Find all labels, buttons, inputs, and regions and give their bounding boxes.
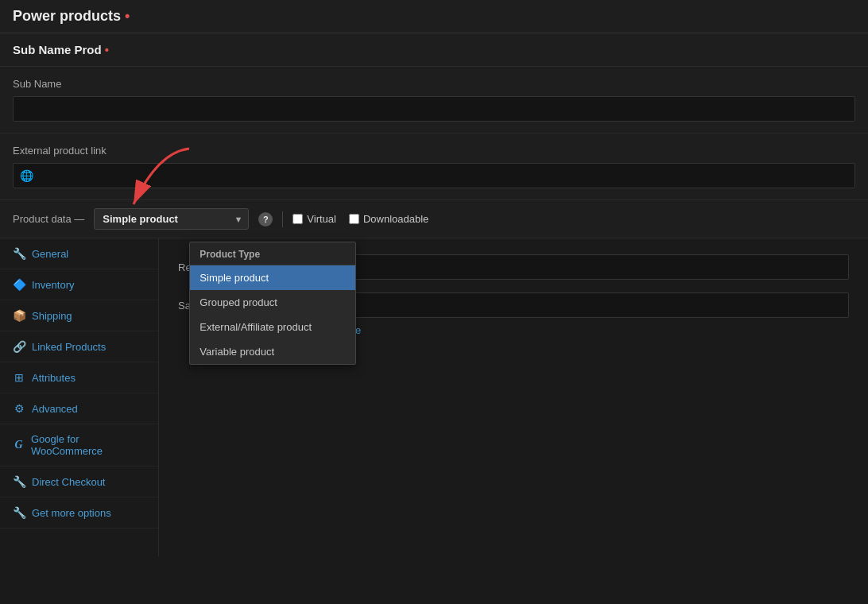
sidebar-label-general: General bbox=[32, 248, 68, 260]
sidebar-item-attributes[interactable]: ⊞ Attributes bbox=[0, 362, 158, 393]
sale-price-input[interactable] bbox=[318, 292, 849, 318]
sidebar-label-more-options: Get more options bbox=[32, 507, 111, 519]
checkbox-group: Virtual Downloadable bbox=[293, 213, 428, 225]
external-link-label: External product link bbox=[13, 145, 855, 157]
product-type-select[interactable]: Simple product Grouped product External/… bbox=[94, 208, 249, 230]
sidebar-label-advanced: Advanced bbox=[32, 403, 78, 415]
sidebar-label-linked-products: Linked Products bbox=[32, 341, 106, 353]
sidebar-label-attributes: Attributes bbox=[32, 372, 76, 384]
external-link-section: External product link 🌐 bbox=[0, 134, 868, 200]
downloadable-checkbox-label[interactable]: Downloadable bbox=[349, 213, 428, 225]
sidebar-item-google[interactable]: G Google for WooCommerce bbox=[0, 424, 158, 467]
grid-icon: ⊞ bbox=[13, 371, 25, 384]
external-link-input[interactable] bbox=[38, 170, 848, 182]
required-indicator-2: • bbox=[102, 43, 109, 56]
downloadable-checkbox[interactable] bbox=[349, 214, 359, 224]
sub-name-input[interactable] bbox=[13, 96, 855, 122]
sidebar-item-shipping[interactable]: 📦 Shipping bbox=[0, 300, 158, 331]
sub-header-title: Sub Name Prod • bbox=[13, 43, 109, 56]
sidebar-item-more-options[interactable]: 🔧 Get more options bbox=[0, 498, 158, 528]
top-bar: Power products • bbox=[0, 0, 868, 33]
sub-name-label: Sub Name bbox=[13, 78, 855, 90]
dropdown-item-grouped[interactable]: Grouped product bbox=[190, 290, 355, 315]
more-options-icon: 🔧 bbox=[13, 506, 25, 519]
sidebar-label-shipping: Shipping bbox=[32, 310, 72, 322]
sub-header: Sub Name Prod • bbox=[0, 33, 868, 67]
help-icon[interactable]: ? bbox=[258, 212, 273, 226]
dropdown-item-external[interactable]: External/Affiliate product bbox=[190, 315, 355, 339]
sidebar-item-direct-checkout[interactable]: 🔧 Direct Checkout bbox=[0, 467, 158, 498]
product-type-select-wrapper: Simple product Grouped product External/… bbox=[94, 208, 249, 230]
virtual-checkbox[interactable] bbox=[293, 214, 303, 224]
sidebar-item-inventory[interactable]: 🔷 Inventory bbox=[0, 269, 158, 300]
dropdown-item-simple[interactable]: Simple product bbox=[190, 265, 355, 290]
url-input-wrapper: 🌐 bbox=[13, 163, 855, 188]
schedule-link[interactable]: Schedule bbox=[318, 324, 849, 336]
product-data-label: Product data — bbox=[13, 213, 84, 225]
sidebar-label-inventory: Inventory bbox=[32, 279, 74, 291]
globe-icon: 🌐 bbox=[20, 169, 33, 182]
sidebar-label-direct-checkout: Direct Checkout bbox=[32, 476, 105, 488]
wrench-icon: 🔧 bbox=[13, 247, 25, 260]
product-body: 🔧 General 🔷 Inventory 📦 Shipping 🔗 Linke… bbox=[0, 238, 868, 556]
diamond-icon: 🔷 bbox=[13, 278, 25, 291]
product-type-dropdown: Product Type Simple product Grouped prod… bbox=[189, 242, 356, 365]
page-title: Power products • bbox=[13, 8, 130, 25]
gear-icon: ⚙ bbox=[13, 402, 25, 415]
product-data-bar: Product data — Simple product Grouped pr… bbox=[0, 200, 868, 238]
checkout-icon: 🔧 bbox=[13, 475, 25, 488]
sidebar-label-google: Google for WooCommerce bbox=[31, 433, 145, 457]
dropdown-item-variable[interactable]: Variable product bbox=[190, 339, 355, 364]
link-icon: 🔗 bbox=[13, 340, 25, 353]
dropdown-header: Product Type bbox=[190, 242, 355, 265]
downloadable-label: Downloadable bbox=[363, 213, 428, 225]
regular-price-input[interactable] bbox=[318, 254, 849, 280]
virtual-checkbox-label[interactable]: Virtual bbox=[293, 213, 336, 225]
required-indicator: • bbox=[121, 8, 130, 24]
sidebar-item-general[interactable]: 🔧 General bbox=[0, 238, 158, 269]
divider bbox=[282, 211, 283, 227]
virtual-label: Virtual bbox=[307, 213, 336, 225]
sidebar-nav: 🔧 General 🔷 Inventory 📦 Shipping 🔗 Linke… bbox=[0, 238, 159, 556]
sidebar-item-linked-products[interactable]: 🔗 Linked Products bbox=[0, 331, 158, 362]
sidebar-item-advanced[interactable]: ⚙ Advanced bbox=[0, 393, 158, 424]
shipping-icon: 📦 bbox=[13, 309, 25, 322]
google-icon: G bbox=[13, 439, 25, 451]
sub-name-section: Sub Name bbox=[0, 67, 868, 134]
